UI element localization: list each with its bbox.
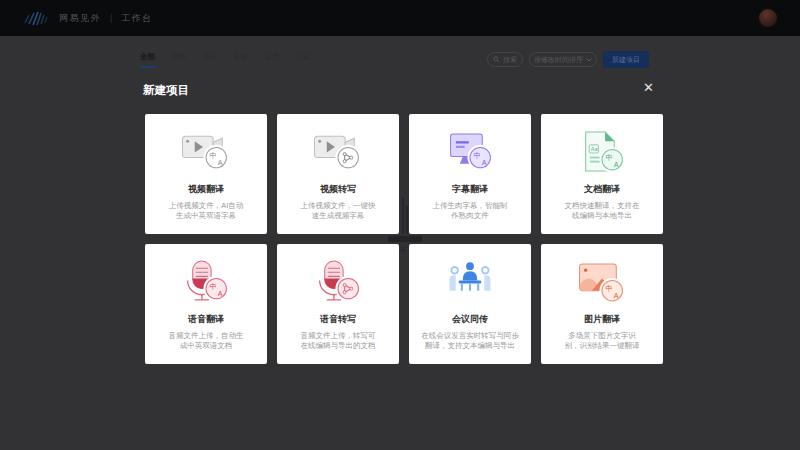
card-desc: 音频文件上传，转写可 在线编辑与导出的文档 (301, 331, 376, 351)
card-audio-translate[interactable]: 中 A 语音翻译 音频文件上传，自动生 成中英双语文档 (145, 244, 267, 364)
badge-en-glyph: A (482, 159, 487, 167)
video-transcribe-icon (309, 129, 367, 176)
tab-meeting[interactable]: 会议 (295, 52, 310, 68)
card-audio-transcribe[interactable]: 语音转写 音频文件上传，转写可 在线编辑与导出的文档 (277, 244, 399, 364)
card-subtitle-translate[interactable]: 中 A 字幕翻译 上传生肉字幕，智能制 作熟肉文件 (409, 114, 531, 234)
badge-zh-glyph: 中 (606, 154, 613, 162)
card-title: 视频转写 (320, 183, 356, 196)
sort-label: 按修改时间排序 (534, 55, 583, 65)
card-title: 语音转写 (320, 313, 356, 326)
tab-all[interactable]: 全部 (140, 52, 155, 68)
user-avatar[interactable] (759, 9, 777, 27)
card-desc: 在线会议发言实时转写与同步 翻译，支持文本编辑与导出 (421, 331, 519, 351)
top-navbar: 网易见外 | 工作台 (0, 0, 800, 36)
badge-zh-glyph: 中 (606, 285, 613, 293)
card-title: 会议同传 (452, 313, 488, 326)
card-desc: 音频文件上传，自动生 成中英双语文档 (169, 331, 244, 351)
video-translate-icon: 中 A (177, 129, 235, 176)
brand-divider: | (110, 13, 112, 23)
card-title: 视频翻译 (188, 183, 224, 196)
card-meeting-interpretation[interactable]: 会议同传 在线会议发言实时转写与同步 翻译，支持文本编辑与导出 (409, 244, 531, 364)
category-tabs: 全部 视频 字幕 音频 文档 会议 (140, 52, 310, 68)
audio-translate-icon: 中 A (177, 259, 235, 306)
card-desc: 文档快速翻译，支持在 线编辑与本地导出 (565, 201, 640, 221)
card-desc: 上传生肉字幕，智能制 作熟肉文件 (433, 201, 508, 221)
audio-transcribe-icon (309, 259, 367, 306)
image-translate-icon: 中 A (573, 259, 631, 306)
brand-name: 网易见外 (59, 12, 101, 25)
badge-zh-glyph: 中 (210, 152, 217, 160)
brand: 网易见外 | 工作台 (24, 10, 153, 26)
project-type-grid: 中 A 视频翻译 上传视频文件，AI自动 生成中英双语字幕 视频转写 上传视频文… (145, 114, 663, 364)
card-video-transcribe[interactable]: 视频转写 上传视频文件，一键快 速生成视频字幕 (277, 114, 399, 234)
search-icon (493, 56, 500, 63)
brand-logo-icon (24, 10, 50, 26)
card-title: 图片翻译 (584, 313, 620, 326)
sort-dropdown[interactable]: 按修改时间排序 (529, 52, 597, 67)
subtitle-translate-icon: 中 A (441, 129, 499, 176)
tab-document[interactable]: 文档 (264, 52, 279, 68)
card-image-translate[interactable]: 中 A 图片翻译 多场景下图片文字识 别，识别结果一键翻译 (541, 244, 663, 364)
doc-sample-glyph: Aa (591, 146, 599, 152)
tab-video[interactable]: 视频 (171, 52, 186, 68)
card-title: 语音翻译 (188, 313, 224, 326)
tab-audio[interactable]: 音频 (233, 52, 248, 68)
badge-zh-glyph: 中 (474, 152, 481, 160)
chevron-down-icon (586, 58, 592, 62)
card-desc: 上传视频文件，一键快 速生成视频字幕 (301, 201, 376, 221)
toolbar-controls: 搜索 按修改时间排序 新建项目 (487, 51, 649, 68)
close-icon[interactable]: ✕ (643, 81, 654, 94)
search-box[interactable]: 搜索 (487, 52, 523, 67)
meeting-interpretation-icon (441, 259, 499, 306)
modal-title: 新建项目 (143, 83, 189, 98)
badge-zh-glyph: 中 (210, 283, 217, 291)
card-title: 字幕翻译 (452, 183, 488, 196)
badge-en-glyph: A (614, 292, 619, 300)
badge-en-glyph: A (614, 161, 619, 169)
badge-en-glyph: A (218, 159, 223, 167)
tab-subtitle[interactable]: 字幕 (202, 52, 217, 68)
badge-en-glyph: A (218, 290, 223, 298)
search-label: 搜索 (503, 55, 517, 65)
card-desc: 多场景下图片文字识 别，识别结果一键翻译 (565, 331, 640, 351)
new-project-button[interactable]: 新建项目 (603, 51, 649, 68)
document-translate-icon: Aa 中 A (573, 129, 631, 176)
workspace-label: 工作台 (121, 12, 153, 25)
card-desc: 上传视频文件，AI自动 生成中英双语字幕 (169, 201, 244, 221)
card-video-translate[interactable]: 中 A 视频翻译 上传视频文件，AI自动 生成中英双语字幕 (145, 114, 267, 234)
card-document-translate[interactable]: Aa 中 A 文档翻译 文档快速翻译，支持在 线编辑与本地导出 (541, 114, 663, 234)
card-title: 文档翻译 (584, 183, 620, 196)
